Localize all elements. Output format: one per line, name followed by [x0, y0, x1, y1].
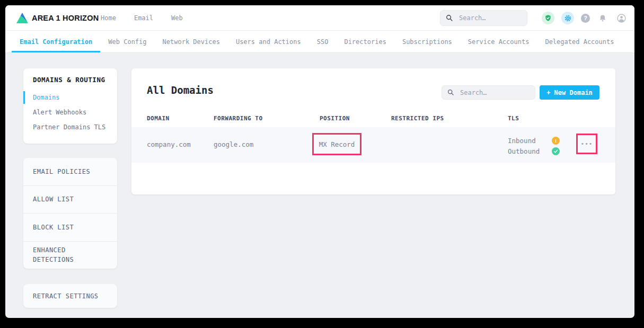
sidebar-section-title: DOMAINS & ROUTING — [23, 76, 117, 90]
tls-outbound-label: Outbound — [508, 146, 540, 157]
top-bar: AREA 1 HORIZON Home Email Web — [5, 5, 634, 31]
column-header-restricted-ips: RESTRICTED IPS — [391, 115, 444, 122]
tab-subscriptions[interactable]: Subscriptions — [394, 31, 460, 52]
domains-search[interactable] — [442, 85, 535, 100]
tab-web-config[interactable]: Web Config — [100, 31, 154, 52]
sidebar-card-domains-routing: DOMAINS & ROUTING Domains Alert Webhooks… — [23, 68, 117, 144]
app-window: AREA 1 HORIZON Home Email Web — [5, 5, 634, 318]
position-cell: MX Record — [319, 140, 355, 148]
gear-icon[interactable] — [561, 12, 574, 24]
domains-search-input[interactable] — [459, 88, 530, 97]
top-nav-web[interactable]: Web — [171, 14, 183, 22]
sidebar-item-block-list[interactable]: BLOCK LIST — [23, 214, 117, 242]
sidebar-item-email-policies[interactable]: EMAIL POLICIES — [23, 158, 117, 186]
top-icon-row: ? — [542, 5, 627, 31]
forwarding-to-cell: google.com — [214, 140, 253, 148]
warning-icon[interactable]: ! — [552, 137, 560, 145]
top-nav: Home Email Web — [101, 5, 183, 31]
sidebar-card-policies: EMAIL POLICIES ALLOW LIST BLOCK LIST ENH… — [23, 158, 117, 269]
global-search[interactable] — [440, 10, 527, 26]
new-domain-button[interactable]: + New Domain — [540, 85, 599, 100]
domain-cell: company.com — [147, 140, 191, 148]
tab-email-configuration[interactable]: Email Configuration — [12, 31, 100, 52]
column-header-domain: DOMAIN — [147, 115, 170, 122]
column-header-position: POSITION — [320, 115, 350, 122]
content-area: DOMAINS & ROUTING Domains Alert Webhooks… — [5, 53, 634, 318]
shield-check-icon[interactable] — [542, 12, 554, 24]
column-header-tls: TLS — [508, 115, 519, 122]
column-header-forwarding-to: FORWARDING TO — [214, 115, 263, 122]
page-title: All Domains — [147, 84, 214, 96]
actions-annotation-box: ••• — [576, 134, 597, 154]
brand-logo[interactable]: AREA 1 HORIZON — [16, 5, 99, 31]
search-icon — [447, 89, 454, 96]
tab-service-accounts[interactable]: Service Accounts — [460, 31, 537, 52]
bell-icon[interactable] — [597, 12, 608, 24]
search-icon — [446, 14, 453, 22]
position-annotation-box: MX Record — [312, 133, 361, 155]
tab-delegated-accounts[interactable]: Delegated Accounts — [537, 31, 622, 52]
tls-cell: Inbound Outbound — [508, 136, 540, 157]
tls-inbound-label: Inbound — [508, 136, 540, 146]
sidebar-item-domains[interactable]: Domains — [23, 90, 117, 105]
brand-name: AREA 1 HORIZON — [32, 14, 99, 22]
sidebar-item-enhanced-detections[interactable]: ENHANCED DETECTIONS — [23, 242, 117, 269]
sidebar-item-retract-settings[interactable]: RETRACT SETTINGS — [23, 284, 117, 308]
tab-sso[interactable]: SSO — [309, 31, 337, 52]
config-tabs: Email Configuration Web Config Network D… — [5, 31, 634, 53]
top-nav-email[interactable]: Email — [134, 14, 153, 22]
all-domains-panel: All Domains + New Domain DOMAIN FORWARDI… — [131, 68, 615, 194]
tab-network-devices[interactable]: Network Devices — [155, 31, 228, 52]
global-search-input[interactable] — [458, 14, 522, 22]
sidebar-item-alert-webhooks[interactable]: Alert Webhooks — [23, 105, 117, 120]
area1-triangle-icon — [16, 13, 28, 23]
help-icon[interactable]: ? — [581, 14, 590, 23]
row-actions-menu-button[interactable]: ••• — [581, 141, 593, 147]
user-icon[interactable] — [615, 12, 627, 24]
tls-status-icons: ! — [552, 137, 560, 155]
top-nav-home[interactable]: Home — [101, 14, 116, 22]
tab-directories[interactable]: Directories — [336, 31, 394, 52]
table-row[interactable]: company.com google.com MX Record Inbound… — [131, 127, 615, 163]
sidebar-item-partner-domains-tls[interactable]: Partner Domains TLS — [23, 120, 117, 135]
tab-users-and-actions[interactable]: Users and Actions — [228, 31, 309, 52]
check-icon[interactable] — [552, 147, 560, 155]
table-header: DOMAIN FORWARDING TO POSITION RESTRICTED… — [131, 115, 615, 128]
sidebar-item-allow-list[interactable]: ALLOW LIST — [23, 186, 117, 214]
